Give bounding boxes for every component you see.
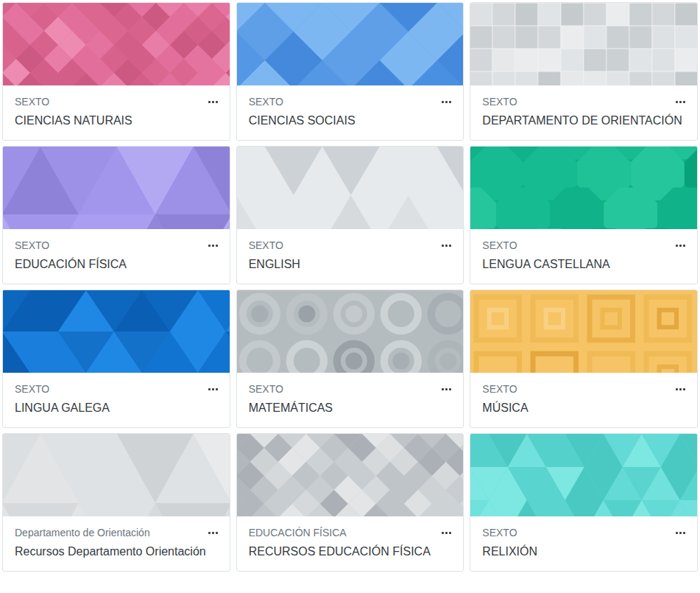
course-menu-button[interactable] (202, 530, 218, 536)
ellipsis-dot (442, 532, 444, 534)
ellipsis-dot (679, 245, 682, 247)
course-card[interactable]: EDUCACIÓN FÍSICA RECURSOS EDUCACIÓN FÍSI… (236, 433, 464, 572)
course-menu-button[interactable] (436, 530, 451, 536)
course-name-link[interactable]: MÚSICA (482, 399, 685, 416)
ellipsis-dot (442, 101, 444, 103)
ellipsis-dot (683, 532, 685, 534)
ellipsis-dot (208, 245, 211, 247)
course-card-image[interactable] (237, 434, 464, 516)
course-card[interactable]: SEXTO RELIXIÓN (470, 433, 698, 572)
course-card-header-row: EDUCACIÓN FÍSICA (249, 525, 452, 541)
course-card-body: SEXTO LINGUA GALEGA (3, 373, 230, 427)
course-card[interactable]: SEXTO DEPARTAMENTO DE ORIENTACIÓN (470, 2, 698, 141)
course-name-link[interactable]: ENGLISH (249, 256, 452, 273)
course-card-image[interactable] (470, 434, 697, 516)
course-card[interactable]: SEXTO MATEMÁTICAS (236, 290, 464, 428)
course-menu-button[interactable] (436, 99, 451, 105)
course-card-image[interactable] (237, 3, 464, 85)
course-menu-button[interactable] (670, 242, 685, 249)
course-category: EDUCACIÓN FÍSICA (249, 525, 347, 541)
ellipsis-dot (679, 101, 682, 103)
course-card-header-row: SEXTO (249, 94, 452, 110)
course-menu-button[interactable] (670, 386, 685, 393)
ellipsis-dot (676, 101, 678, 103)
ellipsis-dot (445, 532, 448, 534)
course-card-body: SEXTO CIENCIAS SOCIAIS (237, 85, 464, 140)
course-category: SEXTO (482, 238, 517, 253)
course-category: SEXTO (249, 94, 283, 110)
course-card-image[interactable] (237, 290, 464, 373)
course-menu-button[interactable] (670, 530, 685, 536)
course-menu-button[interactable] (436, 386, 451, 393)
course-card-body: SEXTO DEPARTAMENTO DE ORIENTACIÓN (470, 85, 697, 140)
course-name-link[interactable]: RELIXIÓN (482, 543, 685, 560)
course-card[interactable]: SEXTO MÚSICA (470, 290, 698, 428)
ellipsis-dot (208, 388, 211, 390)
course-card-header-row: SEXTO (15, 94, 218, 110)
ellipsis-dot (216, 532, 218, 534)
course-card-header-row: SEXTO (249, 238, 452, 253)
ellipsis-dot (208, 532, 211, 534)
course-name-link[interactable]: CIENCIAS NATURAIS (15, 112, 218, 129)
course-name-link[interactable]: CIENCIAS SOCIAIS (249, 112, 452, 129)
course-cards-grid: SEXTO CIENCIAS NATURAIS SEXTO (0, 0, 700, 574)
course-card[interactable]: SEXTO CIENCIAS SOCIAIS (236, 2, 464, 141)
course-card-image[interactable] (3, 434, 230, 516)
course-name-link[interactable]: LENGUA CASTELLANA (482, 256, 685, 273)
course-menu-button[interactable] (202, 386, 218, 393)
ellipsis-dot (445, 101, 448, 103)
course-card-image[interactable] (237, 147, 464, 229)
ellipsis-icon (676, 245, 685, 247)
course-card[interactable]: SEXTO ENGLISH (236, 146, 464, 284)
course-card-image[interactable] (470, 290, 697, 373)
course-category: SEXTO (15, 382, 49, 397)
ellipsis-icon (676, 388, 685, 390)
course-card-body: SEXTO MÚSICA (470, 373, 697, 427)
ellipsis-dot (445, 245, 448, 247)
course-card[interactable]: SEXTO LENGUA CASTELLANA (470, 146, 698, 284)
ellipsis-icon (208, 245, 218, 247)
ellipsis-dot (445, 388, 448, 390)
course-card-body: SEXTO LENGUA CASTELLANA (470, 229, 697, 284)
course-card-header-row: SEXTO (482, 525, 685, 541)
ellipsis-icon (208, 388, 218, 390)
course-menu-button[interactable] (670, 99, 685, 105)
course-card[interactable]: SEXTO EDUCACIÓN FÍSICA (2, 146, 230, 284)
course-menu-button[interactable] (202, 99, 218, 105)
ellipsis-dot (449, 245, 451, 247)
course-card-body: SEXTO RELIXIÓN (470, 516, 697, 571)
course-card-header-row: SEXTO (482, 382, 685, 397)
course-name-link[interactable]: LINGUA GALEGA (15, 399, 218, 416)
ellipsis-icon (208, 101, 218, 103)
course-card-header-row: SEXTO (482, 238, 685, 253)
course-card-image[interactable] (3, 147, 230, 229)
ellipsis-dot (442, 388, 444, 390)
ellipsis-dot (212, 245, 214, 247)
ellipsis-dot (442, 245, 444, 247)
ellipsis-dot (683, 245, 685, 247)
course-name-link[interactable]: MATEMÁTICAS (249, 399, 452, 416)
course-category: SEXTO (482, 382, 517, 397)
ellipsis-dot (216, 101, 218, 103)
ellipsis-icon (208, 532, 218, 534)
course-card-image[interactable] (470, 147, 697, 229)
ellipsis-dot (216, 245, 218, 247)
course-name-link[interactable]: RECURSOS EDUCACIÓN FÍSICA (249, 543, 452, 560)
ellipsis-dot (676, 245, 678, 247)
course-name-link[interactable]: Recursos Departamento Orientación (15, 543, 218, 560)
course-card[interactable]: SEXTO LINGUA GALEGA (2, 290, 230, 428)
course-card-image[interactable] (3, 290, 230, 373)
course-category: Departamento de Orientación (15, 525, 150, 541)
ellipsis-dot (679, 388, 682, 390)
course-card-image[interactable] (470, 3, 697, 85)
course-card[interactable]: SEXTO CIENCIAS NATURAIS (2, 2, 230, 141)
course-name-link[interactable]: EDUCACIÓN FÍSICA (15, 256, 218, 273)
course-card[interactable]: Departamento de Orientación Recursos Dep… (2, 433, 230, 572)
course-menu-button[interactable] (436, 242, 451, 249)
course-category: SEXTO (482, 94, 517, 110)
course-name-link[interactable]: DEPARTAMENTO DE ORIENTACIÓN (482, 112, 685, 129)
ellipsis-dot (449, 388, 451, 390)
ellipsis-dot (212, 388, 214, 390)
course-card-image[interactable] (3, 3, 230, 85)
course-menu-button[interactable] (202, 242, 218, 249)
